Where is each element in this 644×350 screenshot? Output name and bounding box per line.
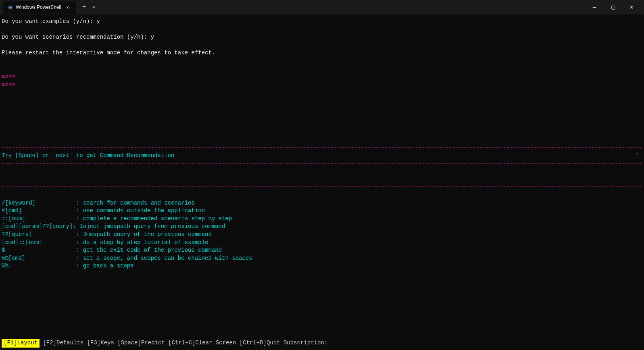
empty-line-10 — [2, 128, 642, 136]
tab-dropdown-button[interactable]: ▾ — [92, 4, 95, 10]
help-item: $ : get the exit code of the previous co… — [2, 246, 642, 255]
new-tab-button[interactable]: + — [79, 3, 90, 12]
recommendation-text: Try [Space] or `next` to get Command Rec… — [2, 152, 174, 160]
empty-line-9 — [2, 120, 642, 128]
empty-line-8 — [2, 112, 642, 120]
statusbar-rest: [F2]Defaults [F3]Keys [Space]Predict [Ct… — [40, 339, 327, 347]
empty-line-3 — [2, 57, 642, 65]
help-item: %%. : go back a scope — [2, 262, 642, 270]
recommendation-bar: Try [Space] or `next` to get Command Rec… — [2, 152, 642, 160]
terminal[interactable]: Do you want examples (y/n): y Do you wan… — [0, 14, 644, 350]
empty-line-13 — [2, 176, 642, 184]
help-item: [cmd][param]??[query]: Inject jmespath q… — [2, 223, 642, 231]
empty-line-11 — [2, 136, 642, 144]
output-line-1: Do you want examples (y/n): y — [2, 18, 642, 26]
recommendation-star: * — [636, 152, 642, 160]
help-item: #[cmd] : use commands outside the applic… — [2, 207, 642, 215]
help-item: [cmd]::[num] : do a step by step tutoria… — [2, 239, 642, 247]
help-item: ::[num] : complete a recommended scenari… — [2, 215, 642, 223]
window-controls: ─ ▢ ✕ — [585, 0, 641, 14]
empty-line-7 — [2, 105, 642, 113]
close-button[interactable]: ✕ — [622, 0, 641, 14]
empty-line-2 — [2, 41, 642, 50]
terminal-output: Do you want examples (y/n): y Do you wan… — [2, 18, 642, 338]
prompt-line-2: az>> — [2, 81, 642, 89]
help-section: /[keyword] : search for commands and sce… — [2, 199, 642, 270]
empty-line-1 — [2, 26, 642, 34]
tab-close-button[interactable]: ✕ — [65, 4, 71, 10]
help-item: %%[cmd] : set a scope, and scopes can be… — [2, 255, 642, 263]
titlebar: ⊞ Windows PowerShell ✕ + ▾ ─ ▢ ✕ — [0, 0, 644, 14]
prompt-line-1: az>> — [2, 73, 642, 81]
output-line-2: Do you want scenarios recommendation (y/… — [2, 33, 642, 41]
tab-label: Windows PowerShell — [16, 4, 61, 10]
empty-line-5 — [2, 89, 642, 97]
dashed-separator-1: ----------------------------------------… — [2, 144, 642, 152]
help-item: /[keyword] : search for commands and sce… — [2, 199, 642, 207]
empty-line-12 — [2, 168, 642, 176]
empty-line-4 — [2, 65, 642, 73]
statusbar: [F1]Layout [F2]Defaults [F3]Keys [Space]… — [2, 338, 642, 348]
output-line-3: Please restart the interactive mode for … — [2, 49, 642, 57]
empty-line-6 — [2, 97, 642, 105]
empty-line-14 — [2, 191, 642, 199]
dashed-separator-3: ----------------------------------------… — [2, 183, 642, 191]
maximize-button[interactable]: ▢ — [604, 0, 622, 14]
help-item: ??[query] : Jmespath query of the previo… — [2, 231, 642, 239]
terminal-tab[interactable]: ⊞ Windows PowerShell ✕ — [3, 1, 76, 14]
powershell-icon: ⊞ — [8, 4, 13, 10]
f1-layout-button[interactable]: [F1]Layout — [2, 339, 40, 348]
dashed-separator-2: ----------------------------------------… — [2, 160, 642, 168]
minimize-button[interactable]: ─ — [585, 0, 604, 14]
